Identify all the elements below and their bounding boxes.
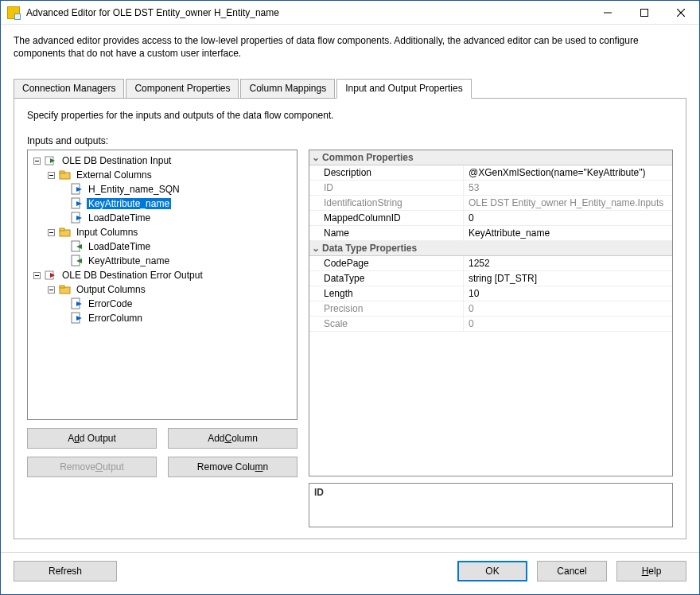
tree-node-external-columns[interactable]: External Columns	[28, 168, 297, 182]
prop-row-precision[interactable]: Precision0	[309, 301, 672, 317]
tree-node-error-output[interactable]: OLE DB Destination Error Output	[28, 268, 297, 282]
tree-node-destination-input[interactable]: OLE DB Destination Input	[28, 154, 297, 168]
column-icon	[71, 212, 84, 224]
prop-row-codepage[interactable]: CodePage1252	[309, 256, 672, 271]
help-button[interactable]: Help	[616, 561, 686, 581]
prop-name: ID	[309, 181, 464, 195]
prop-name: MappedColumnID	[309, 211, 464, 225]
prop-value[interactable]: 1252	[464, 256, 672, 270]
tabstrip: Connection Managers Component Properties…	[14, 79, 686, 99]
tree-node-column-selected[interactable]: KeyAttribute_name	[28, 196, 297, 211]
dialog-footer: Refresh OK Cancel Help	[1, 553, 699, 594]
prop-row-datatype[interactable]: DataTypestring [DT_STR]	[309, 271, 672, 286]
prop-value[interactable]: 0	[464, 211, 672, 225]
inputs-outputs-label: Inputs and outputs:	[27, 135, 673, 146]
tab-input-output-properties[interactable]: Input and Output Properties	[336, 79, 471, 99]
tree-label: OLE DB Destination Input	[60, 155, 173, 166]
tree-node-output-columns[interactable]: Output Columns	[28, 282, 297, 297]
column-icon	[71, 240, 84, 253]
add-output-button[interactable]: Add Output	[27, 428, 157, 449]
add-column-button[interactable]: Add Column	[168, 428, 298, 449]
prop-value: 0	[464, 317, 672, 331]
tree-label: LoadDateTime	[87, 212, 152, 224]
column-icon	[71, 255, 84, 267]
collapse-icon[interactable]	[33, 157, 41, 165]
prop-row-scale[interactable]: Scale0	[309, 317, 672, 332]
collapse-icon[interactable]	[47, 171, 56, 180]
advanced-editor-window: Advanced Editor for OLE DST Entity_owner…	[0, 0, 700, 595]
prop-row-id[interactable]: ID53	[309, 181, 672, 196]
prop-row-description[interactable]: Description@XGenXmlSection(name="KeyAttr…	[309, 165, 672, 181]
prop-name: Length	[309, 286, 464, 301]
tree-label: H_Entity_name_SQN	[87, 184, 181, 195]
tree-label: LoadDateTime	[87, 241, 152, 252]
prop-name: Precision	[309, 301, 464, 316]
svg-rect-1	[641, 9, 648, 16]
column-icon	[71, 183, 84, 196]
property-description-box: ID	[309, 483, 673, 527]
remove-output-button: Remove Output	[27, 457, 157, 477]
prop-name: Scale	[309, 317, 464, 331]
tab-column-mappings[interactable]: Column Mappings	[240, 79, 335, 98]
prop-value: OLE DST Entity_owner H_Entity_name.Input…	[464, 196, 672, 210]
prop-row-name[interactable]: NameKeyAttribute_name	[309, 226, 672, 241]
output-icon	[45, 269, 57, 282]
category-common-properties[interactable]: ⌄Common Properties	[309, 150, 672, 165]
property-grid[interactable]: ⌄Common Properties Description@XGenXmlSe…	[309, 150, 673, 476]
prop-value: 0	[464, 301, 672, 316]
close-button[interactable]	[663, 1, 699, 25]
remove-column-button[interactable]: Remove Column	[168, 457, 298, 477]
tree-node-column[interactable]: LoadDateTime	[28, 239, 297, 254]
svg-rect-11	[60, 171, 64, 173]
tree-label: ErrorCode	[87, 298, 134, 309]
prop-row-length[interactable]: Length10	[309, 286, 672, 301]
svg-rect-33	[60, 286, 64, 288]
maximize-button[interactable]	[626, 1, 663, 25]
tree-node-column[interactable]: LoadDateTime	[28, 211, 297, 225]
minimize-button[interactable]	[589, 1, 626, 25]
tree-label: Input Columns	[75, 227, 139, 238]
tab-connection-managers[interactable]: Connection Managers	[14, 79, 124, 98]
intro-text: The advanced editor provides access to t…	[14, 34, 686, 60]
chevron-down-icon: ⌄	[309, 243, 322, 254]
tree-node-column[interactable]: KeyAttribute_name	[28, 254, 297, 268]
ok-button[interactable]: OK	[457, 561, 527, 581]
category-label: Common Properties	[322, 152, 414, 163]
folder-icon	[59, 283, 72, 296]
prop-value[interactable]: string [DT_STR]	[464, 271, 672, 286]
collapse-icon[interactable]	[33, 271, 41, 280]
prop-row-identificationstring[interactable]: IdentificationStringOLE DST Entity_owner…	[309, 196, 672, 211]
tree-node-column[interactable]: ErrorCode	[28, 297, 297, 311]
tree-label: ErrorColumn	[87, 313, 144, 324]
tab-component-properties[interactable]: Component Properties	[126, 79, 239, 98]
tree-label: OLE DB Destination Error Output	[60, 270, 204, 281]
collapse-icon[interactable]	[47, 228, 56, 237]
panel-description: Specify properties for the inputs and ou…	[27, 110, 673, 121]
input-icon	[45, 154, 57, 167]
prop-value[interactable]: @XGenXmlSection(name="KeyAttribute")	[464, 165, 672, 180]
prop-name: Description	[309, 165, 464, 180]
window-title: Advanced Editor for OLE DST Entity_owner…	[26, 7, 589, 18]
tabpanel-io-properties: Specify properties for the inputs and ou…	[14, 99, 686, 539]
tree-node-column[interactable]: ErrorColumn	[28, 311, 297, 325]
prop-value[interactable]: KeyAttribute_name	[464, 226, 672, 240]
prop-name: CodePage	[309, 256, 464, 270]
content-area: The advanced editor provides access to t…	[1, 25, 699, 544]
column-icon	[71, 298, 84, 310]
category-data-type-properties[interactable]: ⌄Data Type Properties	[309, 241, 672, 256]
prop-value: 53	[464, 181, 672, 195]
collapse-icon[interactable]	[47, 286, 56, 294]
io-tree[interactable]: OLE DB Destination Input	[27, 150, 298, 420]
tree-node-column[interactable]: H_Entity_name_SQN	[28, 182, 297, 196]
refresh-button[interactable]: Refresh	[14, 561, 117, 581]
tree-label: Output Columns	[75, 284, 147, 295]
prop-name: IdentificationString	[309, 196, 464, 210]
prop-row-mappedcolumnid[interactable]: MappedColumnID0	[309, 211, 672, 226]
tree-label: KeyAttribute_name	[87, 255, 171, 266]
cancel-button[interactable]: Cancel	[537, 561, 607, 581]
column-icon	[71, 312, 84, 325]
tree-node-input-columns[interactable]: Input Columns	[28, 225, 297, 239]
titlebar: Advanced Editor for OLE DST Entity_owner…	[1, 1, 699, 25]
prop-value[interactable]: 10	[464, 286, 672, 301]
category-label: Data Type Properties	[322, 243, 417, 254]
